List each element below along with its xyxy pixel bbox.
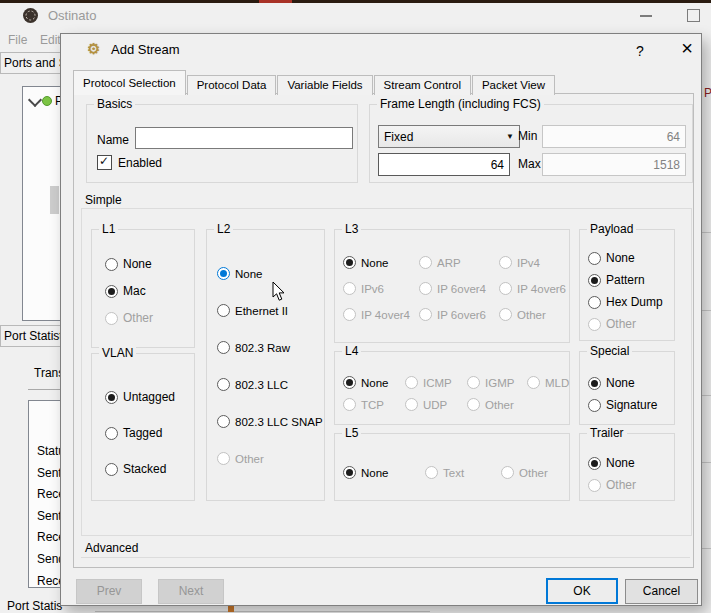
- radio-icon: [588, 377, 601, 390]
- radio-l2-802-3-llc[interactable]: 802.3 LLC: [217, 378, 323, 391]
- radio-label: 802.3 Raw: [235, 342, 290, 354]
- radio-label: None: [606, 456, 635, 470]
- screen: Ostinato File Edit Ports and S P Port St…: [0, 0, 711, 613]
- radio-icon: [105, 391, 118, 404]
- tab-variable-fields[interactable]: Variable Fields: [277, 75, 372, 95]
- next-button[interactable]: Next: [158, 579, 224, 604]
- name-input[interactable]: [135, 127, 353, 149]
- radio-label: Other: [517, 309, 546, 321]
- minimize-icon[interactable]: [640, 15, 652, 17]
- radio-label: 802.3 LLC SNAP: [235, 416, 323, 428]
- radio-icon: [217, 415, 230, 428]
- checkmark-icon: [97, 155, 112, 170]
- background-text-fragment: P: [704, 86, 711, 100]
- group-title-special: Special: [587, 344, 632, 358]
- group-l4: L4NoneICMPIGMPMLDTCPUDPOther: [334, 351, 570, 425]
- radio-l1-none[interactable]: None: [105, 257, 153, 271]
- min-field: 64: [542, 125, 686, 148]
- radio-l3-other: Other: [499, 308, 561, 321]
- group-trailer: TrailerNoneOther: [579, 433, 675, 501]
- frame-length-mode-select[interactable]: Fixed ▼: [378, 125, 520, 148]
- radio-label: Untagged: [123, 390, 175, 404]
- simple-section-title: Simple: [85, 193, 122, 207]
- radio-label: IP 6over6: [437, 309, 486, 321]
- radio-label: Ethernet II: [235, 305, 288, 317]
- radio-vlan-untagged[interactable]: Untagged: [105, 390, 175, 404]
- radio-payload-none[interactable]: None: [588, 251, 663, 265]
- frame-length-input[interactable]: 64: [378, 153, 510, 176]
- radio-label: Other: [606, 478, 636, 492]
- radio-label: IP 4over4: [361, 309, 410, 321]
- bottom-panel-title: Port Statis: [7, 599, 62, 613]
- mouse-cursor: [272, 281, 286, 302]
- radio-icon: [419, 282, 432, 295]
- radio-icon: [343, 376, 356, 389]
- radio-l5-none[interactable]: None: [343, 466, 425, 479]
- radio-label: Tagged: [123, 426, 162, 440]
- tab-protocol-selection[interactable]: Protocol Selection: [73, 70, 186, 95]
- radio-l3-ipv6: IPv6: [343, 282, 419, 295]
- radio-label: None: [361, 257, 389, 269]
- tree-scrollbar[interactable]: [50, 186, 59, 214]
- group-title-l4: L4: [342, 344, 361, 358]
- window-title: Ostinato: [48, 8, 96, 23]
- min-label: Min: [518, 129, 537, 143]
- radio-l2-802-3-raw[interactable]: 802.3 Raw: [217, 341, 323, 354]
- dialog-tabs: Protocol SelectionProtocol DataVariable …: [73, 70, 556, 95]
- radio-l2-ethernet-ii[interactable]: Ethernet II: [217, 304, 323, 317]
- radio-icon: [105, 427, 118, 440]
- radio-l4-mld: MLD: [527, 376, 567, 389]
- max-label: Max: [518, 157, 541, 171]
- tab-stream-control[interactable]: Stream Control: [374, 75, 471, 95]
- radio-l2-802-3-llc-snap[interactable]: 802.3 LLC SNAP: [217, 415, 323, 428]
- radio-label: IPv6: [361, 283, 384, 295]
- menu-edit[interactable]: Edit: [40, 33, 61, 47]
- radio-icon: [499, 282, 512, 295]
- advanced-section-title: Advanced: [85, 541, 138, 555]
- tab-packet-view[interactable]: Packet View: [472, 75, 555, 95]
- radio-vlan-tagged[interactable]: Tagged: [105, 426, 175, 440]
- radio-label: UDP: [423, 399, 447, 411]
- radio-icon: [425, 466, 438, 479]
- radio-special-none[interactable]: None: [588, 376, 657, 390]
- radio-label: IPv4: [517, 257, 540, 269]
- top-window-edge: [0, 0, 711, 3]
- close-icon[interactable]: ×: [675, 36, 699, 60]
- radio-l3-none[interactable]: None: [343, 256, 419, 269]
- radio-label: IP 6over4: [437, 283, 486, 295]
- radio-special-signature[interactable]: Signature: [588, 398, 657, 412]
- radio-icon: [105, 312, 118, 325]
- radio-l2-none[interactable]: None: [217, 267, 323, 280]
- group-vlan: VLANUntaggedTaggedStacked: [91, 353, 195, 501]
- radio-l4-none[interactable]: None: [343, 376, 405, 389]
- tab-protocol-data[interactable]: Protocol Data: [187, 75, 277, 95]
- radio-trailer-none[interactable]: None: [588, 456, 636, 470]
- radio-label: None: [361, 377, 389, 389]
- radio-l1-mac[interactable]: Mac: [105, 284, 153, 298]
- radio-payload-hex-dump[interactable]: Hex Dump: [588, 295, 663, 309]
- radio-payload-pattern[interactable]: Pattern: [588, 273, 663, 287]
- background-gridline: [702, 310, 711, 311]
- background-icon-fragment: [228, 606, 234, 612]
- radio-label: None: [606, 251, 635, 265]
- radio-label: 802.3 LLC: [235, 379, 288, 391]
- enabled-checkbox[interactable]: Enabled: [97, 155, 162, 170]
- frame-length-mode-value: Fixed: [384, 130, 413, 144]
- radio-label: Pattern: [606, 273, 645, 287]
- radio-icon: [527, 376, 540, 389]
- radio-label: IP 4over6: [517, 283, 566, 295]
- radio-payload-other: Other: [588, 317, 663, 331]
- maximize-icon[interactable]: [687, 9, 700, 22]
- ok-button[interactable]: OK: [546, 578, 618, 604]
- radio-l4-igmp: IGMP: [467, 376, 527, 389]
- cancel-button[interactable]: Cancel: [625, 579, 698, 604]
- menu-file[interactable]: File: [8, 33, 27, 47]
- group-title-vlan: VLAN: [99, 346, 136, 360]
- radio-vlan-stacked[interactable]: Stacked: [105, 462, 175, 476]
- radio-l4-other: Other: [467, 398, 527, 411]
- prev-button[interactable]: Prev: [76, 579, 142, 604]
- radio-icon: [405, 398, 418, 411]
- help-button[interactable]: ?: [631, 43, 649, 61]
- radio-label: Other: [606, 317, 636, 331]
- radio-l3-ipv4: IPv4: [499, 256, 561, 269]
